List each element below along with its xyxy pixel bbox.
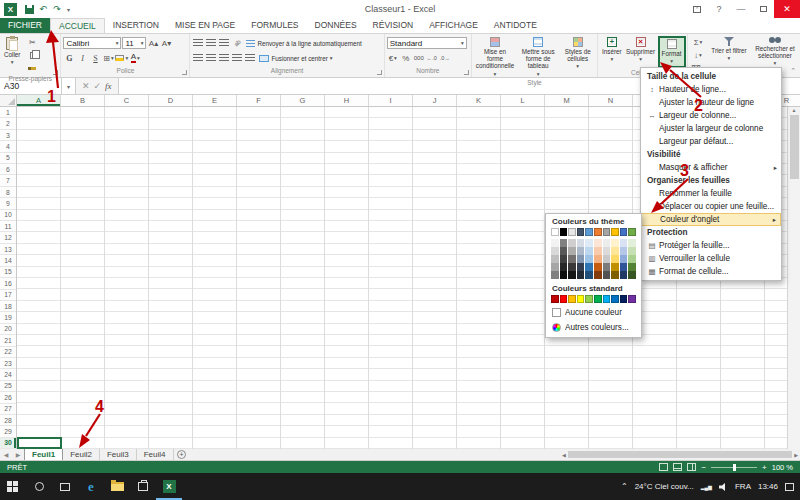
sheet-tab-feuil1[interactable]: Feuil1 — [24, 449, 63, 460]
color-swatch[interactable] — [611, 228, 619, 236]
wrap-text-button[interactable]: Renvoyer à la ligne automatiquement — [244, 40, 363, 47]
menu-item-ajuster-la-largeur-de-colonne[interactable]: Ajuster la largeur de colonne — [641, 122, 781, 135]
minimize-button[interactable]: — — [730, 0, 752, 18]
increase-indent-button[interactable] — [244, 52, 256, 64]
color-swatch[interactable] — [577, 263, 585, 271]
fill-button[interactable]: ↓▾ — [692, 49, 704, 61]
color-swatch[interactable] — [577, 271, 585, 279]
color-swatch[interactable] — [551, 263, 559, 271]
color-swatch[interactable] — [585, 263, 593, 271]
color-swatch[interactable] — [577, 228, 585, 236]
color-swatch[interactable] — [585, 239, 593, 247]
comma-style-button[interactable]: 000 — [413, 52, 425, 64]
page-break-view-button[interactable] — [687, 463, 696, 471]
color-swatch[interactable] — [568, 295, 576, 303]
redo-button[interactable]: ↷ — [50, 2, 64, 16]
color-swatch[interactable] — [620, 263, 628, 271]
row-header-29[interactable]: 29 — [0, 426, 16, 437]
format-painter-button[interactable] — [26, 62, 38, 74]
align-top-button[interactable] — [192, 37, 204, 49]
row-header-10[interactable]: 10 — [0, 210, 16, 221]
row-header-26[interactable]: 26 — [0, 392, 16, 403]
color-swatch[interactable] — [560, 239, 568, 247]
format-button[interactable]: Format ▾ — [658, 36, 686, 68]
color-swatch[interactable] — [560, 247, 568, 255]
menu-item-renommer-la-feuille[interactable]: Renommer la feuille — [641, 187, 781, 200]
enter-button[interactable]: ✓ — [94, 81, 102, 91]
previous-sheet-icon[interactable]: ◀ — [0, 449, 12, 460]
row-header-24[interactable]: 24 — [0, 369, 16, 380]
color-swatch[interactable] — [594, 247, 602, 255]
column-header-j[interactable]: J — [413, 95, 457, 106]
new-sheet-button[interactable]: + — [174, 449, 190, 460]
color-swatch[interactable] — [551, 255, 559, 263]
save-button[interactable] — [22, 2, 36, 16]
row-header-21[interactable]: 21 — [0, 335, 16, 346]
language-indicator[interactable]: FRA — [735, 482, 751, 491]
color-swatch[interactable] — [611, 271, 619, 279]
vertical-scrollbar[interactable]: ▲ — [787, 107, 800, 449]
column-header-b[interactable]: B — [61, 95, 105, 106]
row-header-28[interactable]: 28 — [0, 415, 16, 426]
menu-item-masquer-afficher[interactable]: Masquer & afficher▸ — [641, 161, 781, 174]
next-sheet-icon[interactable]: ▶ — [12, 449, 24, 460]
menu-item-verrouiller-la-cellule[interactable]: ▥Verrouiller la cellule — [641, 252, 781, 265]
row-header-12[interactable]: 12 — [0, 232, 16, 243]
file-explorer-button[interactable] — [104, 473, 130, 500]
color-swatch[interactable] — [560, 228, 568, 236]
dialog-launcher-icon[interactable] — [377, 70, 382, 75]
menu-item-deplacer-ou-copier-une-feuille[interactable]: Déplacer ou copier une feuille... — [641, 200, 781, 213]
quick-access-customize-button[interactable]: ▾ — [64, 2, 73, 16]
row-header-23[interactable]: 23 — [0, 358, 16, 369]
weather-widget[interactable]: 24°C Ciel couv... — [635, 482, 694, 491]
color-swatch[interactable] — [594, 295, 602, 303]
align-center-button[interactable] — [205, 52, 217, 64]
color-swatch[interactable] — [560, 295, 568, 303]
row-header-2[interactable]: 2 — [0, 118, 16, 129]
row-header-30[interactable]: 30 — [0, 438, 16, 449]
font-size-select[interactable]: 11 ▾ — [122, 37, 146, 49]
color-swatch[interactable] — [568, 255, 576, 263]
bold-button[interactable]: G — [63, 52, 75, 64]
color-swatch[interactable] — [585, 228, 593, 236]
percent-style-button[interactable]: % — [400, 52, 412, 64]
row-header-5[interactable]: 5 — [0, 153, 16, 164]
color-swatch[interactable] — [628, 295, 636, 303]
color-swatch[interactable] — [628, 247, 636, 255]
menu-item-proteger-la-feuille[interactable]: ▤Protéger la feuille... — [641, 239, 781, 252]
scroll-right-icon[interactable]: ▶ — [794, 452, 798, 458]
format-as-table-button[interactable]: Mettre sous forme de tableau ▾ — [518, 36, 558, 78]
color-swatch[interactable] — [551, 239, 559, 247]
column-header-n[interactable]: N — [589, 95, 633, 106]
menu-item-hauteur-de-ligne[interactable]: ↕Hauteur de ligne... — [641, 83, 781, 96]
color-swatch[interactable] — [568, 228, 576, 236]
row-header-3[interactable]: 3 — [0, 130, 16, 141]
color-swatch[interactable] — [611, 263, 619, 271]
dialog-launcher-icon[interactable] — [182, 70, 187, 75]
row-header-4[interactable]: 4 — [0, 141, 16, 152]
conditional-formatting-button[interactable]: Mise en forme conditionnelle ▾ — [474, 36, 516, 78]
color-swatch[interactable] — [560, 255, 568, 263]
color-swatch[interactable] — [620, 255, 628, 263]
color-swatch[interactable] — [585, 271, 593, 279]
color-swatch[interactable] — [568, 239, 576, 247]
color-swatch[interactable] — [551, 247, 559, 255]
color-swatch[interactable] — [620, 271, 628, 279]
italic-button[interactable]: I — [76, 52, 88, 64]
zoom-out-button[interactable]: − — [701, 463, 706, 472]
color-swatch[interactable] — [628, 239, 636, 247]
volume-icon[interactable] — [719, 483, 728, 491]
menu-item-ajuster-la-hauteur-de-ligne[interactable]: Ajuster la hauteur de ligne — [641, 96, 781, 109]
align-right-button[interactable] — [218, 52, 230, 64]
page-layout-view-button[interactable] — [673, 463, 682, 471]
column-header-c[interactable]: C — [105, 95, 149, 106]
ribbon-tab-antidote[interactable]: ANTIDOTE — [486, 18, 545, 33]
color-swatch[interactable] — [611, 247, 619, 255]
column-header-d[interactable]: D — [149, 95, 193, 106]
color-swatch[interactable] — [560, 271, 568, 279]
select-all-corner[interactable] — [0, 95, 17, 106]
ribbon-tab-insertion[interactable]: INSERTION — [105, 18, 167, 33]
name-box-dropdown[interactable]: ▾ — [62, 78, 76, 94]
delete-cells-button[interactable]: × Supprimer ▾ — [626, 36, 656, 68]
ribbon-tab-donnees[interactable]: DONNÉES — [307, 18, 365, 33]
